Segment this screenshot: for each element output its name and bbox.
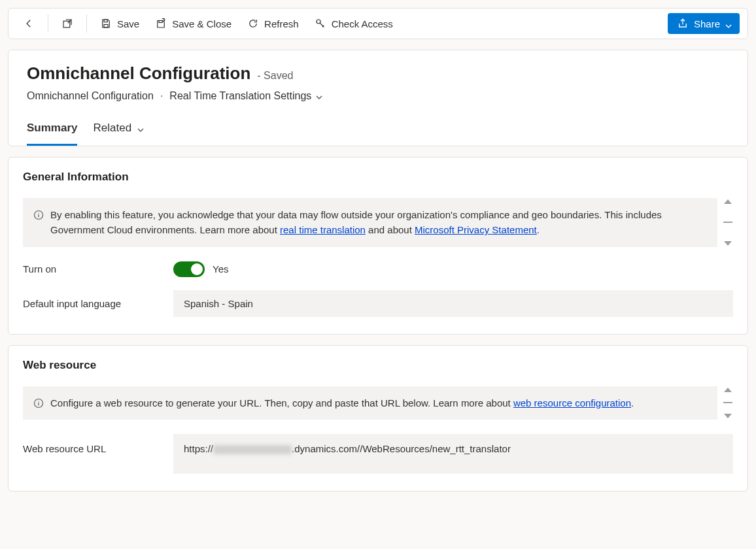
form-selector-label: Real Time Translation Settings bbox=[169, 90, 311, 102]
refresh-label: Refresh bbox=[264, 18, 299, 29]
breadcrumb: Omnichannel Configuration · Real Time Tr… bbox=[27, 90, 729, 102]
link-web-resource-config[interactable]: web resource configuration bbox=[513, 397, 631, 408]
scroll-indicator[interactable] bbox=[723, 198, 733, 247]
breadcrumb-separator: · bbox=[160, 90, 163, 102]
separator bbox=[48, 14, 48, 33]
arrow-left-icon bbox=[23, 18, 35, 29]
save-status: - Saved bbox=[257, 70, 293, 82]
info-notice: By enabling this feature, you acknowledg… bbox=[23, 198, 717, 247]
scroll-bar-icon bbox=[723, 402, 732, 403]
section-title: Web resource bbox=[23, 359, 733, 372]
scroll-up-icon bbox=[724, 199, 732, 204]
web-resource-url-input[interactable]: https://.dynamics.com//WebResources/new_… bbox=[173, 434, 733, 474]
save-close-button[interactable]: Save & Close bbox=[148, 12, 238, 35]
field-default-language: Default input language bbox=[23, 290, 733, 317]
page-title: Omnichannel Configuration bbox=[27, 63, 250, 84]
notice-text: By enabling this feature, you acknowledg… bbox=[50, 207, 707, 238]
save-icon bbox=[100, 18, 112, 29]
form-selector[interactable]: Real Time Translation Settings bbox=[169, 90, 323, 102]
field-turn-on: Turn on Yes bbox=[23, 261, 733, 277]
tab-list: Summary Related bbox=[27, 116, 729, 146]
url-suffix: .dynamics.com//WebResources/new_rtt_tran… bbox=[292, 443, 511, 454]
refresh-button[interactable]: Refresh bbox=[241, 12, 305, 35]
toggle-value-label: Yes bbox=[213, 263, 228, 274]
notice-text: Configure a web resource to generate you… bbox=[50, 395, 634, 410]
svg-rect-2 bbox=[104, 25, 108, 28]
chevron-down-icon bbox=[725, 20, 732, 27]
svg-point-4 bbox=[317, 20, 320, 24]
svg-rect-3 bbox=[159, 21, 162, 23]
info-icon bbox=[33, 209, 44, 220]
link-privacy-statement[interactable]: Microsoft Privacy Statement bbox=[415, 224, 537, 235]
scroll-up-icon bbox=[724, 388, 732, 392]
share-label: Share bbox=[694, 18, 720, 29]
info-notice: Configure a web resource to generate you… bbox=[23, 386, 717, 420]
field-label: Turn on bbox=[23, 263, 173, 274]
command-bar: Save Save & Close Refresh Check Access S… bbox=[8, 8, 748, 39]
share-button[interactable]: Share bbox=[668, 13, 740, 34]
save-close-icon bbox=[155, 18, 167, 29]
scroll-down-icon bbox=[724, 241, 732, 246]
back-button[interactable] bbox=[16, 12, 41, 35]
open-new-window-button[interactable] bbox=[55, 12, 80, 35]
tab-summary[interactable]: Summary bbox=[27, 116, 77, 146]
breadcrumb-entity: Omnichannel Configuration bbox=[27, 90, 154, 102]
record-header: Omnichannel Configuration - Saved Omnich… bbox=[8, 50, 748, 146]
tab-summary-label: Summary bbox=[27, 122, 77, 135]
svg-rect-1 bbox=[104, 20, 107, 22]
chevron-down-icon bbox=[137, 124, 145, 132]
check-access-icon bbox=[315, 18, 326, 29]
share-icon bbox=[677, 18, 689, 29]
scroll-down-icon bbox=[724, 414, 732, 418]
info-icon bbox=[33, 397, 44, 408]
check-access-button[interactable]: Check Access bbox=[308, 12, 400, 35]
scroll-indicator[interactable] bbox=[723, 386, 733, 420]
url-prefix: https:// bbox=[184, 443, 213, 454]
scroll-bar-icon bbox=[723, 222, 732, 223]
field-label: Default input language bbox=[23, 298, 173, 309]
section-title: General Information bbox=[23, 171, 733, 184]
turn-on-toggle[interactable] bbox=[173, 261, 205, 277]
redacted-host bbox=[213, 445, 292, 454]
tab-related-label: Related bbox=[93, 122, 131, 135]
save-button[interactable]: Save bbox=[94, 12, 146, 35]
section-general-information: General Information By enabling this fea… bbox=[8, 157, 748, 335]
toggle-knob bbox=[191, 263, 203, 275]
refresh-icon bbox=[247, 18, 259, 29]
tab-related[interactable]: Related bbox=[93, 116, 145, 146]
save-label: Save bbox=[117, 18, 139, 29]
check-access-label: Check Access bbox=[332, 18, 393, 29]
section-web-resource: Web resource Configure a web resource to… bbox=[8, 345, 748, 491]
separator bbox=[86, 14, 87, 33]
field-label: Web resource URL bbox=[23, 434, 173, 454]
save-close-label: Save & Close bbox=[172, 18, 232, 29]
field-web-resource-url: Web resource URL https://.dynamics.com//… bbox=[23, 434, 733, 474]
default-language-input[interactable] bbox=[173, 290, 733, 317]
chevron-down-icon bbox=[315, 92, 323, 100]
popout-icon bbox=[61, 18, 73, 29]
link-real-time-translation[interactable]: real time translation bbox=[280, 224, 366, 235]
